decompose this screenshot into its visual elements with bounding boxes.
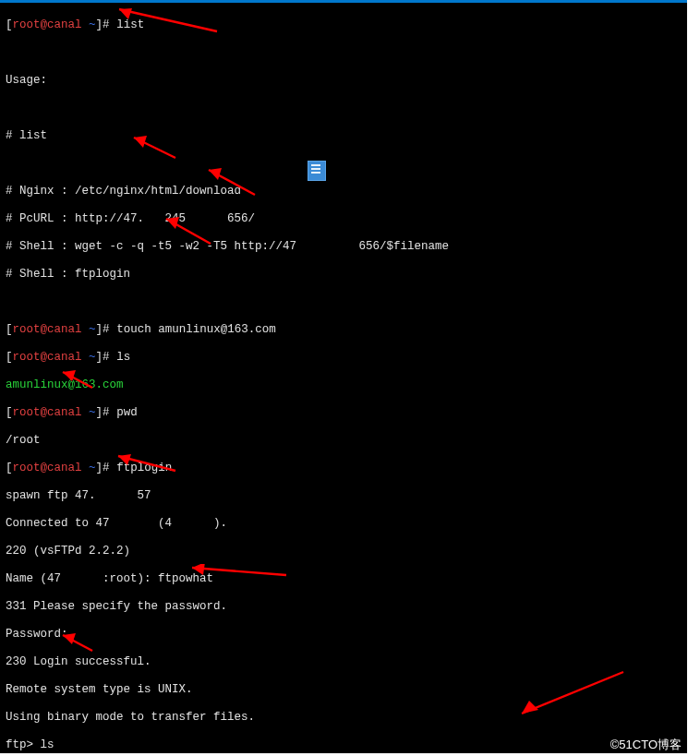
command: ls <box>116 351 130 364</box>
terminal-line: ftp> ls <box>6 738 682 752</box>
terminal-line: # Shell : wget -c -q -t5 -w2 -T5 http://… <box>6 240 682 254</box>
terminal-line: spawn ftp 47. 57 <box>6 489 682 503</box>
prompt-host: root@canal <box>13 351 82 364</box>
prompt-host: root@canal <box>13 323 82 336</box>
terminal-line: Password: <box>6 628 682 642</box>
terminal-line: Remote system type is UNIX. <box>6 683 682 697</box>
command: pwd <box>116 406 138 419</box>
terminal-line: Connected to 47 (4 ). <box>6 517 682 531</box>
terminal-line <box>6 102 682 115</box>
terminal-line: 230 Login successful. <box>6 655 682 669</box>
prompt-host: root@canal <box>13 18 82 31</box>
terminal-line: Using binary mode to transfer files. <box>6 711 682 725</box>
terminal-line: # Shell : ftplogin <box>6 268 682 282</box>
prompt-host: root@canal <box>13 406 82 419</box>
terminal-line: [root@canal ~]# ftplogin <box>6 462 682 475</box>
command: list <box>116 18 144 31</box>
prompt-path: ~ <box>89 18 96 31</box>
terminal-line: /root <box>6 434 682 448</box>
terminal-line: [root@canal ~]# list <box>6 18 682 32</box>
terminal-line: 220 (vsFTPd 2.2.2) <box>6 545 682 558</box>
terminal-line <box>6 295 682 309</box>
terminal-window[interactable]: [root@canal ~]# list Usage: # list # Ngi… <box>0 0 687 753</box>
terminal-line <box>6 46 682 60</box>
watermark-text: ©51CTO博客 <box>610 738 682 751</box>
terminal-line: [root@canal ~]# touch amunlinux@163.com <box>6 323 682 337</box>
prompt-path: ~ <box>89 406 96 419</box>
document-icon <box>308 161 326 181</box>
prompt-path: ~ <box>89 351 96 364</box>
terminal-line <box>6 157 682 171</box>
command: ftplogin <box>116 462 172 474</box>
terminal-line: [root@canal ~]# ls <box>6 351 682 365</box>
prompt-path: ~ <box>89 323 96 336</box>
prompt-host: root@canal <box>13 462 82 474</box>
command: touch amunlinux@163.com <box>116 323 276 336</box>
terminal-line: # Nginx : /etc/nginx/html/download <box>6 185 682 198</box>
terminal-line: # PcURL : http://47. 245 656/ <box>6 212 682 226</box>
terminal-line: 331 Please specify the password. <box>6 600 682 614</box>
terminal-line: # list <box>6 129 682 143</box>
terminal-line: [root@canal ~]# pwd <box>6 406 682 420</box>
terminal-line: Usage: <box>6 74 682 88</box>
black-box <box>317 190 324 202</box>
prompt-path: ~ <box>89 462 96 474</box>
terminal-line: Name (47 :root): ftpowhat <box>6 572 682 586</box>
terminal-line: amunlinux@163.com <box>6 378 682 392</box>
